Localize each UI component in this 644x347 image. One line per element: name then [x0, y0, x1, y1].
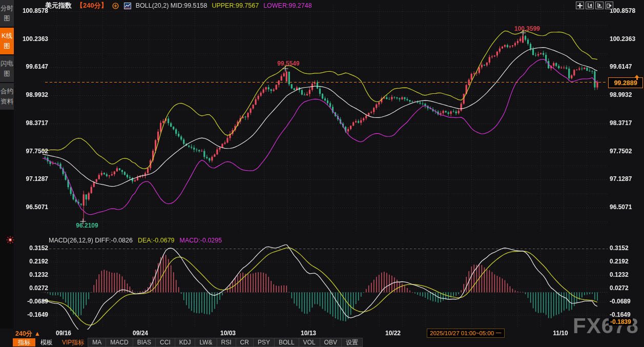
macd-axis-right-label: 0.2192: [610, 258, 629, 265]
toolbar-item-VOL[interactable]: VOL: [299, 338, 320, 347]
price-axis-left-label: 100.8578: [17, 7, 48, 14]
macd-current-axis-label: -0.1839: [609, 318, 633, 325]
price-axis-right-label: 98.3717: [610, 119, 632, 127]
toolbar-item-OBV[interactable]: OBV: [320, 338, 342, 347]
boll-mid-value: BOLL(20,2) MID:99.5158: [136, 2, 207, 9]
price-axis-right-label: 99.6147: [610, 63, 632, 70]
zoom-out-circle-icon[interactable]: [112, 2, 119, 9]
swing-high-annotation: 99.5549: [277, 60, 299, 67]
toolbar-item-设置[interactable]: 设置: [341, 338, 363, 347]
date-axis-row: 240分 ▲ 09/1609/2410/0310/1310/2211/10 20…: [0, 329, 644, 338]
swing-low-annotation: 96.2109: [76, 222, 98, 229]
price-axis-left-label: 98.3717: [17, 119, 48, 127]
chart-tool-buttons: [576, 2, 613, 9]
indicator-thumbnail-icon[interactable]: [124, 2, 131, 9]
toolbar-item-RSI[interactable]: RSI: [217, 338, 236, 347]
macd-axis-left-label: -0.1649: [17, 311, 48, 318]
date-tick-10/22: 10/22: [385, 330, 401, 337]
hover-date-tooltip: 2025/10/27 01:00~05:00 一: [427, 329, 505, 338]
macd-axis-right-label: 0.0272: [610, 284, 629, 292]
current-price-label: 99.2889: [608, 77, 643, 88]
peak-annotation: 100.3599: [514, 25, 540, 32]
sidebar-tab-闪电图[interactable]: 闪电图: [0, 55, 14, 82]
price-axis-right-label: 97.1287: [610, 175, 632, 182]
period-label: 【240分】: [76, 1, 108, 10]
peak-marker-icon: [521, 30, 526, 36]
toolbar-item-BOLL[interactable]: BOLL: [274, 338, 299, 347]
toolbar-item-CCI[interactable]: CCI: [155, 338, 175, 347]
macd-axis-right-label: 0.1232: [610, 271, 629, 278]
date-tick-11/10: 11/10: [553, 330, 568, 337]
sidebar-tab-分时图[interactable]: 分时图: [0, 0, 14, 27]
price-axis-left-label: 97.7502: [17, 148, 48, 155]
toolbar-item-MA[interactable]: MA: [88, 338, 106, 347]
sidebar: 分时图K线图闪电图合约资料: [0, 0, 14, 329]
price-axis-right-label: 100.2363: [610, 35, 635, 43]
price-axis-right-label: 97.7502: [610, 148, 632, 155]
boll-upper-value: UPPER:99.7567: [212, 2, 259, 9]
date-tick-09/24: 09/24: [133, 330, 148, 337]
chart-header: 美元指数 【240分】 BOLL(20,2) MID:99.5158 UPPER…: [45, 2, 312, 10]
exit-view-icon[interactable]: [605, 2, 613, 9]
macd-axis-right-label: -0.1649: [610, 311, 631, 318]
price-axis-left-label: 100.2363: [17, 35, 48, 43]
price-marker-icon[interactable]: [634, 75, 639, 78]
pane-splitter-icon[interactable]: [6, 236, 14, 244]
sidebar-tab-合约资料[interactable]: 合约资料: [0, 83, 14, 110]
boll-lower-value: LOWER:99.2748: [263, 2, 312, 9]
symbol-name: 美元指数: [45, 1, 72, 10]
toolbar-item-BIAS[interactable]: BIAS: [133, 338, 156, 347]
toolbar-item-模板[interactable]: 模板: [35, 338, 58, 346]
price-axis-left-label: 99.6147: [17, 63, 48, 70]
crosshair-icon[interactable]: [576, 2, 584, 9]
macd-hist-value: MACD:-0.0295: [180, 237, 222, 244]
indicator-toolbar: 指标模板VIP指标MAMACDBIASCCIKDJLW&RSICRPSYBOLL…: [13, 338, 363, 347]
toolbar-item-VIP指标[interactable]: VIP指标: [58, 338, 88, 346]
date-tick-10/03: 10/03: [220, 330, 236, 337]
macd-axis-right-label: 0.3152: [610, 244, 629, 252]
macd-axis-left-label: -0.0689: [17, 298, 48, 305]
macd-axis-right-label: -0.0689: [610, 298, 631, 305]
date-tick-10/13: 10/13: [301, 330, 316, 337]
toolbar-item-KDJ[interactable]: KDJ: [175, 338, 196, 347]
price-axis-right-label: 96.5071: [610, 203, 632, 211]
macd-axis-left-label: 0.3152: [17, 244, 48, 252]
swing-high-marker-icon: [283, 66, 288, 72]
price-axis-left-label: 96.5071: [17, 203, 48, 211]
swing-low-marker-icon: [80, 219, 86, 224]
period-footer-label[interactable]: 240分 ▲: [15, 330, 40, 338]
toolbar-item-LW&[interactable]: LW&: [195, 338, 217, 347]
macd-title-diff: MACD(26,12,9) DIFF:-0.0826: [49, 237, 133, 244]
macd-dea-value: DEA:-0.0679: [138, 237, 175, 244]
toolbar-item-指标[interactable]: 指标: [13, 338, 35, 346]
macd-axis-left-label: 0.1232: [17, 271, 48, 278]
price-axis-left-label: 97.1287: [17, 175, 48, 182]
period-arrow-icon: ▲: [34, 330, 40, 337]
sidebar-tab-K线图[interactable]: K线图: [0, 28, 14, 54]
chart-canvas[interactable]: [0, 0, 644, 347]
toolbar-item-PSY[interactable]: PSY: [253, 338, 275, 347]
axis-zoom-out-icon[interactable]: [595, 2, 604, 9]
toolbar-item-CR[interactable]: CR: [236, 338, 254, 347]
price-axis-right-label: 98.9932: [610, 91, 632, 98]
price-axis-right-label: 100.8578: [610, 7, 635, 14]
chart-app: 分时图K线图闪电图合约资料 美元指数 【240分】 BOLL(20,2) MID…: [0, 0, 644, 347]
macd-axis-left-label: 0.0272: [17, 284, 48, 292]
toolbar-item-MACD[interactable]: MACD: [106, 338, 133, 347]
macd-header: MACD(26,12,9) DIFF:-0.0826 DEA:-0.0679 M…: [49, 236, 222, 244]
price-axis-left-label: 98.9932: [17, 91, 48, 98]
date-tick-09/16: 09/16: [56, 330, 71, 337]
macd-axis-left-label: 0.2192: [17, 258, 48, 265]
axis-zoom-in-icon[interactable]: [586, 2, 594, 9]
